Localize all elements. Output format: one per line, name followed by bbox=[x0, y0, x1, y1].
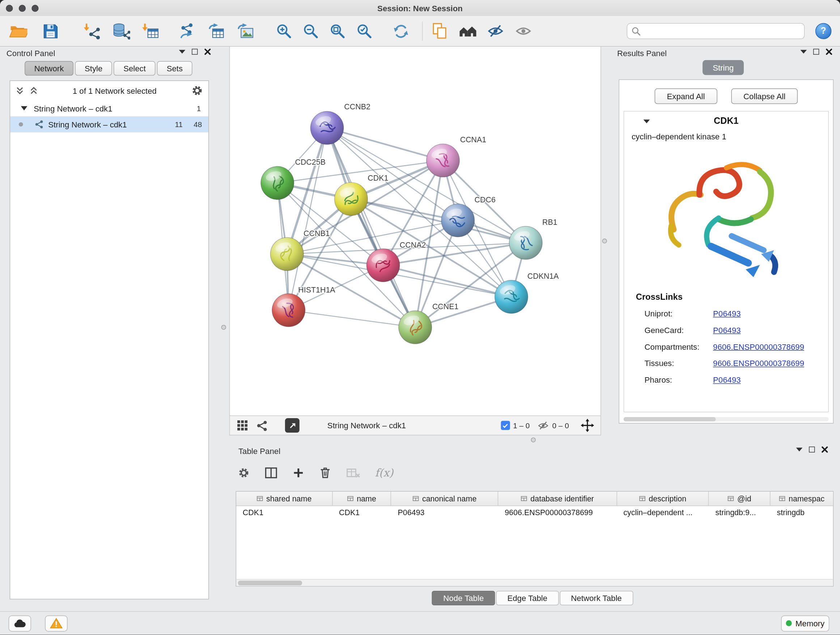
network-view-title: String Network – cdk1 bbox=[327, 421, 406, 430]
column-header[interactable]: shared name bbox=[236, 492, 332, 506]
network-edge[interactable] bbox=[327, 128, 415, 327]
table-settings-gear-icon[interactable] bbox=[238, 467, 250, 479]
network-edge[interactable] bbox=[289, 310, 415, 327]
network-node-CCNB1[interactable] bbox=[271, 238, 304, 271]
selected-checkbox-icon[interactable] bbox=[501, 421, 510, 430]
tab-network[interactable]: Network bbox=[25, 61, 73, 76]
network-node-CDKN1A[interactable] bbox=[495, 280, 528, 314]
network-small-icon[interactable] bbox=[256, 420, 268, 432]
gene-section-header[interactable]: CDK1 bbox=[624, 111, 828, 131]
results-maximize-icon[interactable] bbox=[813, 49, 819, 55]
crosslink-genecard[interactable]: P06493 bbox=[713, 322, 741, 339]
hide-selected-button[interactable] bbox=[484, 19, 507, 43]
show-columns-icon[interactable] bbox=[265, 467, 278, 479]
expand-all-button[interactable]: Expand All bbox=[654, 88, 717, 104]
column-header[interactable]: description bbox=[617, 492, 709, 506]
help-button[interactable]: ? bbox=[815, 23, 831, 39]
network-node-HIST1H1A[interactable] bbox=[272, 294, 305, 327]
tab-select[interactable]: Select bbox=[114, 61, 155, 76]
save-session-button[interactable] bbox=[39, 19, 62, 43]
column-type-icon bbox=[347, 495, 354, 502]
zoom-selected-button[interactable] bbox=[352, 19, 376, 43]
zoom-fit-button[interactable] bbox=[325, 19, 349, 43]
network-node-CCNE1[interactable] bbox=[399, 310, 432, 344]
collection-disclosure-icon[interactable] bbox=[21, 106, 27, 111]
panel-close-icon[interactable] bbox=[204, 48, 211, 55]
panel-maximize-icon[interactable] bbox=[192, 49, 197, 55]
table-row[interactable]: CDK1 CDK1 P06493 9606.ENSP00000378699 cy… bbox=[236, 506, 833, 521]
network-node-CDC25B[interactable] bbox=[261, 166, 294, 200]
tab-string[interactable]: String bbox=[703, 60, 744, 75]
column-header[interactable]: database identifier bbox=[498, 492, 617, 506]
network-node-CDK1[interactable] bbox=[335, 182, 368, 216]
zoom-out-button[interactable] bbox=[299, 19, 322, 43]
table-undock-icon[interactable] bbox=[796, 448, 803, 451]
tab-node-table[interactable]: Node Table bbox=[432, 591, 495, 605]
delete-column-trash-icon[interactable] bbox=[319, 466, 332, 479]
network-node-CCNB2[interactable] bbox=[310, 111, 344, 145]
import-network-database-button[interactable] bbox=[109, 19, 133, 43]
network-tab-content: 1 of 1 Network selected String Network –… bbox=[10, 80, 209, 599]
import-table-button[interactable] bbox=[138, 19, 162, 43]
network-node-RB1[interactable] bbox=[509, 226, 543, 260]
results-close-icon[interactable] bbox=[826, 48, 832, 55]
collapse-all-button[interactable]: Collapse All bbox=[731, 88, 798, 104]
table-close-icon[interactable] bbox=[821, 446, 828, 453]
table-import-icon bbox=[141, 22, 159, 40]
add-column-icon[interactable] bbox=[293, 467, 305, 479]
network-collection-row[interactable]: String Network – cdk1 1 bbox=[10, 100, 208, 116]
network-canvas-svg[interactable]: CCNB2CCNA1CDC25BCDK1CDC6RB1CCNB1CCNA2CDK… bbox=[230, 47, 600, 416]
cloud-status-button[interactable] bbox=[9, 615, 31, 631]
network-edge[interactable] bbox=[289, 128, 327, 310]
network-node-CCNA1[interactable] bbox=[426, 144, 460, 177]
splitter-handle-right[interactable] bbox=[602, 239, 607, 243]
network-node-label: RB1 bbox=[542, 218, 557, 226]
table-hscrollbar[interactable] bbox=[236, 579, 833, 586]
pan-crosshair-icon[interactable] bbox=[581, 419, 594, 432]
memory-button[interactable]: Memory bbox=[781, 615, 829, 631]
import-network-file-button[interactable] bbox=[80, 19, 104, 43]
network-options-gear-icon[interactable] bbox=[191, 85, 203, 97]
collapse-tree-icon[interactable] bbox=[29, 86, 38, 95]
clone-network-button[interactable] bbox=[428, 19, 452, 43]
open-view-button[interactable] bbox=[285, 418, 300, 432]
network-row[interactable]: String Network – cdk1 11 48 bbox=[10, 116, 208, 132]
crosslink-tissues[interactable]: 9606.ENSP00000378699 bbox=[713, 355, 804, 371]
crosslink-pharos[interactable]: P06493 bbox=[713, 371, 741, 388]
network-node-CDC6[interactable] bbox=[441, 204, 475, 237]
gene-disclosure-icon[interactable] bbox=[644, 119, 650, 123]
tab-edge-table[interactable]: Edge Table bbox=[496, 591, 559, 605]
results-undock-icon[interactable] bbox=[800, 50, 807, 54]
network-view[interactable]: CCNB2CCNA1CDC25BCDK1CDC6RB1CCNB1CCNA2CDK… bbox=[229, 46, 601, 416]
warnings-button[interactable] bbox=[45, 615, 67, 631]
column-header[interactable]: canonical name bbox=[392, 492, 499, 506]
export-image-button[interactable] bbox=[234, 19, 257, 43]
splitter-handle-left[interactable] bbox=[221, 325, 226, 329]
column-header[interactable]: @id bbox=[709, 492, 771, 506]
splitter-handle-bottom[interactable] bbox=[531, 437, 536, 442]
crosslink-compartments[interactable]: 9606.ENSP00000378699 bbox=[713, 338, 804, 355]
home-networks-button[interactable] bbox=[456, 19, 479, 43]
open-session-button[interactable] bbox=[6, 19, 30, 43]
column-type-icon bbox=[412, 495, 419, 502]
export-table-button[interactable] bbox=[205, 19, 228, 43]
function-builder-button[interactable]: f(x) bbox=[375, 466, 393, 479]
tab-sets[interactable]: Sets bbox=[157, 61, 193, 76]
column-header[interactable]: namespac bbox=[771, 492, 833, 506]
grid-view-icon[interactable] bbox=[236, 419, 248, 432]
search-input[interactable] bbox=[644, 27, 800, 35]
expand-tree-icon[interactable] bbox=[16, 86, 24, 95]
refresh-view-button[interactable] bbox=[389, 19, 412, 43]
zoom-in-button[interactable] bbox=[272, 19, 295, 43]
panel-undock-icon[interactable] bbox=[179, 50, 186, 54]
column-header[interactable]: name bbox=[332, 492, 392, 506]
table-maximize-icon[interactable] bbox=[809, 447, 815, 453]
tab-style[interactable]: Style bbox=[75, 61, 112, 76]
export-network-button[interactable] bbox=[176, 19, 199, 43]
network-node-CCNA2[interactable] bbox=[366, 249, 400, 282]
results-hscrollbar[interactable] bbox=[624, 417, 829, 421]
tab-network-table[interactable]: Network Table bbox=[560, 591, 633, 605]
crosslink-uniprot[interactable]: P06493 bbox=[713, 305, 741, 322]
show-all-button[interactable] bbox=[512, 19, 535, 43]
arrow-up-right-icon bbox=[288, 421, 297, 430]
